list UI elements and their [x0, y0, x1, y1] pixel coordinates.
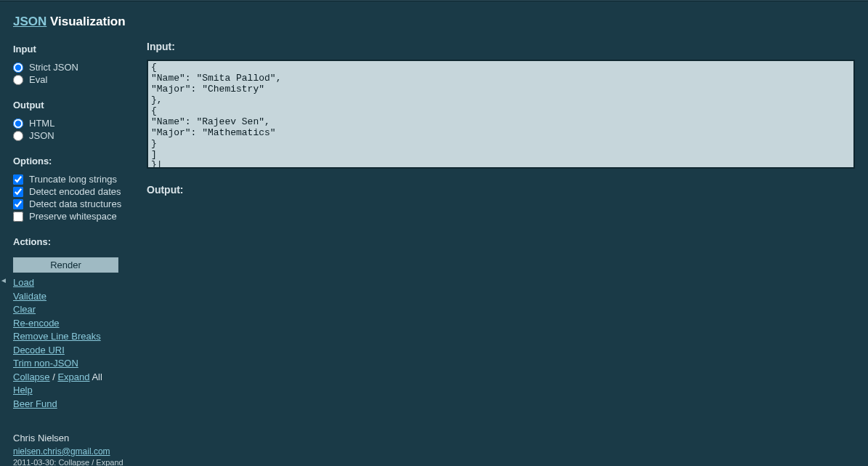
page-title: JSON Visualization: [13, 15, 862, 29]
input-section-head: Input: [13, 44, 129, 55]
changelog: 2011-03-30: Collapse / Expand All functi…: [13, 457, 129, 466]
render-button[interactable]: Render: [13, 257, 118, 273]
link-collapse[interactable]: Collapse: [13, 371, 50, 382]
link-decode-uri[interactable]: Decode URI: [13, 345, 65, 355]
chk-structures-label: Detect data structures: [29, 198, 121, 209]
radio-html[interactable]: [13, 118, 23, 129]
json-input[interactable]: [147, 60, 855, 169]
link-remove-line-breaks[interactable]: Remove Line Breaks: [13, 331, 101, 342]
radio-strict-json[interactable]: [13, 63, 23, 73]
chk-truncate[interactable]: [13, 174, 23, 185]
chk-whitespace-label: Preserve whitespace: [29, 211, 117, 222]
link-validate[interactable]: Validate: [13, 291, 46, 302]
chk-whitespace[interactable]: [13, 212, 23, 222]
link-load[interactable]: Load: [13, 277, 34, 288]
radio-html-label: HTML: [29, 118, 54, 129]
footer: Chris Nielsen nielsen.chris@gmail.com 20…: [13, 432, 129, 466]
radio-strict-json-label: Strict JSON: [29, 62, 78, 73]
radio-eval[interactable]: [13, 75, 23, 85]
link-help[interactable]: Help: [13, 385, 33, 395]
collapse-handle-icon[interactable]: ◄: [0, 276, 4, 285]
radio-json-label: JSON: [29, 130, 54, 141]
chk-truncate-label: Truncate long strings: [29, 174, 117, 185]
author-email[interactable]: nielsen.chris@gmail.com: [13, 446, 110, 457]
sep-text: /: [50, 371, 58, 382]
input-heading: Input:: [147, 41, 855, 52]
link-clear[interactable]: Clear: [13, 304, 36, 315]
options-section-head: Options:: [13, 156, 129, 166]
chk-structures[interactable]: [13, 199, 23, 209]
author-name: Chris Nielsen: [13, 432, 129, 445]
link-trim-non-json[interactable]: Trim non-JSON: [13, 358, 78, 369]
actions-section-head: Actions:: [13, 236, 129, 247]
link-beer-fund[interactable]: Beer Fund: [13, 398, 57, 409]
all-suffix: All: [90, 371, 102, 382]
title-rest: Visualization: [46, 15, 125, 28]
output-heading: Output:: [147, 184, 855, 196]
radio-eval-label: Eval: [29, 74, 47, 85]
sidebar: Input Strict JSON Eval Output HTML JSON …: [13, 41, 129, 466]
chk-dates-label: Detect encoded dates: [29, 186, 121, 197]
output-section-head: Output: [13, 100, 129, 111]
main-panel: Input: Output:: [147, 41, 862, 466]
chk-dates[interactable]: [13, 187, 23, 197]
title-link[interactable]: JSON: [13, 15, 46, 28]
link-expand[interactable]: Expand: [57, 371, 89, 382]
radio-json[interactable]: [13, 131, 23, 141]
link-reencode[interactable]: Re-encode: [13, 318, 60, 329]
